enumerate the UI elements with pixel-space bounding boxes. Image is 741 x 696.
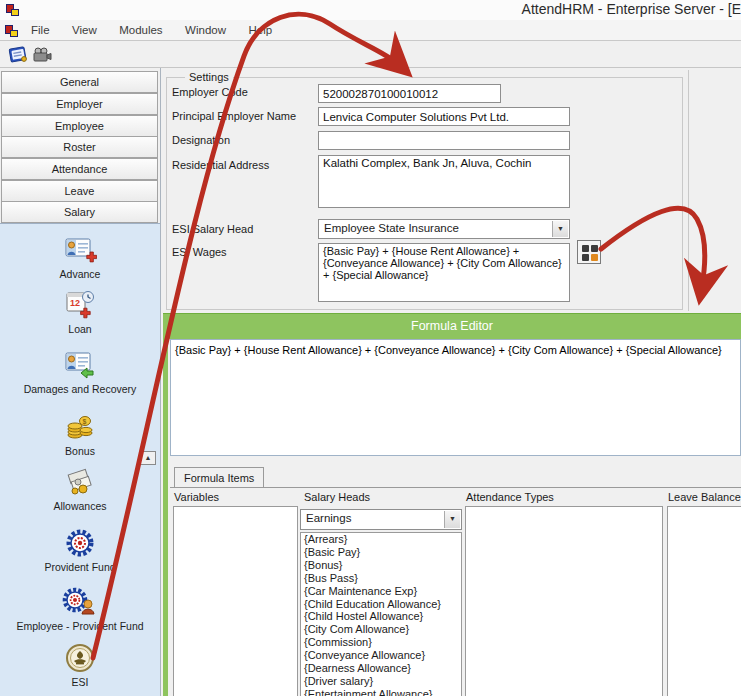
- provident-fund-icon: [63, 527, 97, 559]
- module-label: Allowances: [53, 500, 106, 512]
- sidebar-item-roster[interactable]: Roster: [1, 136, 158, 158]
- module-employee-provident-fund[interactable]: Employee - Provident Fund: [0, 586, 160, 632]
- list-item[interactable]: {Dearness Allowance}: [301, 662, 461, 675]
- residential-address-field[interactable]: Kalathi Complex, Bank Jn, Aluva, Cochin: [318, 155, 570, 208]
- sidebar-divider: [160, 68, 161, 696]
- panel-divider: [688, 70, 689, 311]
- allowances-icon: [63, 466, 97, 498]
- app-window: AttendHRM - Enterprise Server - [E File …: [0, 0, 741, 696]
- list-item[interactable]: {Child Hostel Allowance}: [301, 610, 461, 623]
- help-book-icon[interactable]: [7, 44, 29, 66]
- module-advance[interactable]: Advance: [0, 234, 160, 280]
- list-item[interactable]: {Arrears}: [301, 533, 461, 546]
- chevron-down-icon[interactable]: ▼: [552, 221, 568, 237]
- list-item[interactable]: {Child Education Allowance}: [301, 598, 461, 611]
- formula-builder-button[interactable]: [577, 240, 601, 264]
- esi-salary-head-value: Employee State Insurance: [324, 222, 459, 234]
- list-item[interactable]: {Bonus}: [301, 559, 461, 572]
- video-camera-icon[interactable]: [31, 44, 53, 66]
- window-title: AttendHRM - Enterprise Server - [E: [522, 1, 741, 17]
- sidebar-item-general[interactable]: General: [1, 71, 158, 93]
- loan-icon: 12: [63, 289, 97, 321]
- formula-input[interactable]: {Basic Pay} + {House Rent Allowance} + {…: [170, 339, 741, 456]
- esi-wages-field[interactable]: {Basic Pay} + {House Rent Allowance} + {…: [318, 243, 570, 302]
- module-label: Provident Fund: [44, 561, 115, 573]
- module-esi[interactable]: ESI: [0, 642, 160, 688]
- menu-view[interactable]: View: [63, 20, 106, 40]
- attendance-types-label: Attendance Types: [466, 491, 554, 503]
- module-label: Loan: [68, 323, 91, 335]
- sidebar-item-employee[interactable]: Employee: [1, 115, 158, 137]
- module-provident-fund[interactable]: Provident Fund: [0, 527, 160, 573]
- toolbar: [0, 42, 741, 68]
- principal-employer-name-label: Principal Employer Name: [172, 110, 296, 122]
- menu-bar: File View Modules Window Help: [0, 20, 741, 41]
- list-item[interactable]: {Entertainment Allowance}: [301, 688, 461, 696]
- salary-heads-list[interactable]: {Arrears}{Basic Pay}{Bonus}{Bus Pass}{Ca…: [300, 532, 462, 696]
- employer-code-field[interactable]: [318, 84, 501, 103]
- formula-editor-panel: Formula Editor {Basic Pay} + {House Rent…: [163, 313, 741, 696]
- list-item[interactable]: {Conveyance Allowance}: [301, 649, 461, 662]
- attendance-types-list[interactable]: [465, 506, 663, 696]
- menu-file[interactable]: File: [22, 20, 59, 40]
- module-label: Employee - Provident Fund: [16, 620, 143, 632]
- principal-employer-name-field[interactable]: [318, 107, 570, 126]
- list-item[interactable]: {Car Maintenance Exp}: [301, 585, 461, 598]
- salary-heads-filter-value: Earnings: [306, 512, 351, 524]
- menu-logo-icon: [5, 23, 20, 38]
- bonus-icon: $: [63, 411, 97, 443]
- list-item[interactable]: {Commission}: [301, 636, 461, 649]
- employer-code-label: Employer Code: [172, 86, 248, 98]
- salary-heads-filter-select[interactable]: Earnings ▼: [300, 509, 462, 530]
- employee-provident-fund-icon: [60, 586, 100, 618]
- menu-modules[interactable]: Modules: [110, 20, 171, 40]
- leave-balance-label: Leave Balance: [668, 491, 741, 503]
- sidebar-item-leave[interactable]: Leave: [1, 180, 158, 202]
- menu-window[interactable]: Window: [176, 20, 235, 40]
- residential-address-label: Residential Address: [172, 159, 269, 171]
- esi-salary-head-label: ESI Salary Head: [172, 223, 253, 235]
- esi-icon: [63, 642, 97, 674]
- keypad-icon: [582, 245, 589, 252]
- title-bar: AttendHRM - Enterprise Server - [E: [0, 0, 741, 20]
- tab-formula-items[interactable]: Formula Items: [174, 467, 264, 488]
- module-label: Damages and Recovery: [24, 383, 137, 395]
- formula-editor-body: {Basic Pay} + {House Rent Allowance} + {…: [168, 339, 741, 696]
- module-bonus[interactable]: $ Bonus: [0, 411, 160, 457]
- designation-field[interactable]: [318, 131, 570, 150]
- module-damages-and-recovery[interactable]: Damages and Recovery: [0, 349, 160, 395]
- module-allowances[interactable]: Allowances: [0, 466, 160, 512]
- module-label: Bonus: [65, 445, 95, 457]
- module-label: ESI: [72, 676, 89, 688]
- svg-text:$: $: [83, 418, 87, 426]
- variables-label: Variables: [174, 491, 219, 503]
- svg-text:12: 12: [70, 298, 80, 308]
- damages-recovery-icon: [63, 349, 97, 381]
- sidebar-item-employer[interactable]: Employer: [1, 93, 158, 115]
- list-item[interactable]: {Bus Pass}: [301, 572, 461, 585]
- esi-wages-label: ESI Wages: [172, 246, 227, 258]
- app-logo-icon: [6, 2, 21, 17]
- list-item[interactable]: {Driver salary}: [301, 675, 461, 688]
- advance-icon: [63, 234, 97, 266]
- esi-salary-head-select[interactable]: Employee State Insurance ▼: [318, 219, 570, 239]
- variables-list[interactable]: [173, 506, 298, 696]
- formula-editor-title: Formula Editor: [163, 314, 741, 339]
- tab-strip-line: [170, 487, 741, 488]
- salary-heads-label: Salary Heads: [304, 491, 370, 503]
- menu-help[interactable]: Help: [239, 20, 281, 40]
- module-loan[interactable]: 12 Loan: [0, 289, 160, 335]
- list-item[interactable]: {Basic Pay}: [301, 546, 461, 559]
- list-item[interactable]: {City Com Allowance}: [301, 623, 461, 636]
- leave-balance-list[interactable]: [667, 506, 741, 696]
- sidebar-item-salary[interactable]: Salary: [1, 201, 158, 223]
- settings-group-label: Settings: [185, 71, 233, 83]
- chevron-down-icon[interactable]: ▼: [444, 511, 460, 528]
- module-label: Advance: [60, 268, 101, 280]
- designation-label: Designation: [172, 134, 230, 146]
- sidebar-item-attendance[interactable]: Attendance: [1, 158, 158, 180]
